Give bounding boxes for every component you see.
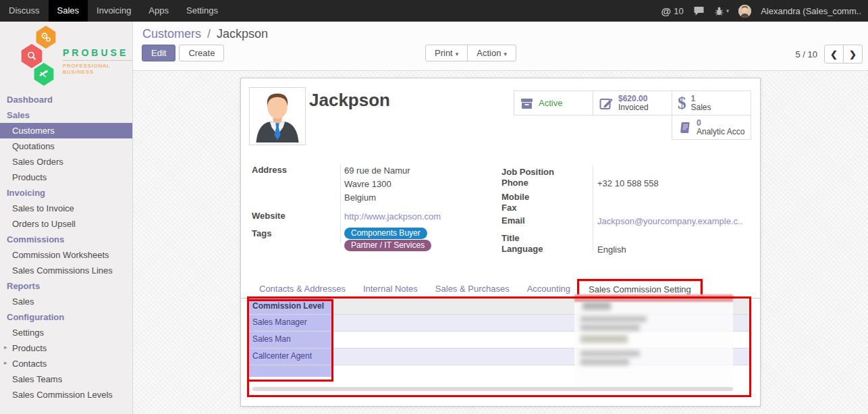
redacted-value-column xyxy=(574,294,733,386)
fax-label: Fax xyxy=(501,203,516,213)
sidebar-heading-dashboard[interactable]: Dashboard xyxy=(0,92,132,107)
caret-down-icon: ▾ xyxy=(726,7,730,14)
sidebar-item-sales-commission-levels[interactable]: Sales Commission Levels xyxy=(0,387,132,403)
menu-invoicing[interactable]: Invoicing xyxy=(88,0,140,22)
user-menu[interactable]: Alexandra (Sales_comm.. xyxy=(761,6,861,16)
tab-sales-purchases[interactable]: Sales & Purchases xyxy=(427,281,518,298)
topbar-spacer xyxy=(227,0,661,22)
commission-level-header[interactable]: Commission Level xyxy=(249,299,331,314)
messages-icon[interactable] xyxy=(693,5,705,16)
app-window: Discuss Sales Invoicing Apps Settings @ … xyxy=(0,0,868,414)
address-label: Address xyxy=(252,165,287,175)
tab-accounting[interactable]: Accounting xyxy=(518,281,579,298)
commission-row-label: Callcenter Agent xyxy=(249,348,331,365)
breadcrumb: Customers / Jackpson xyxy=(142,27,268,41)
sidebar-item-config-products[interactable]: ▸Products xyxy=(0,340,132,356)
sidebar-item-customers[interactable]: Customers xyxy=(0,123,132,138)
top-menu: Discuss Sales Invoicing Apps Settings xyxy=(0,0,227,22)
company-logo[interactable]: PROBUSE PROFESSIONAL BUSINESS xyxy=(0,22,132,86)
edit-button[interactable]: Edit xyxy=(142,45,175,61)
website-link[interactable]: http://www.jackpson.com xyxy=(344,211,441,222)
sidebar-item-config-contacts[interactable]: ▸Contacts xyxy=(0,356,132,371)
book-icon xyxy=(678,120,692,134)
logo-hexagon-tools-icon xyxy=(33,63,55,86)
mentions-count: 10 xyxy=(674,6,683,16)
sales-stat-button[interactable]: $ 1 Sales xyxy=(672,90,751,115)
sidebar-item-commission-worksheets[interactable]: Commission Worksheets xyxy=(0,247,132,263)
analytic-accounts-stat-button[interactable]: 0 Analytic Acco... xyxy=(672,115,751,140)
address-street: 69 rue de Namur xyxy=(344,165,410,176)
table-horizontal-scrollbar[interactable] xyxy=(252,387,733,391)
sidebar-item-sales-orders[interactable]: Sales Orders xyxy=(0,154,132,170)
pager-next-button[interactable]: ❯ xyxy=(843,45,863,63)
menu-settings[interactable]: Settings xyxy=(178,0,227,22)
user-avatar[interactable] xyxy=(738,5,751,18)
caret-down-icon: ▾ xyxy=(504,51,507,57)
email-link[interactable]: Jackpson@yourcompany.example.c.. xyxy=(597,216,742,226)
breadcrumb-current: Jackpson xyxy=(217,27,268,41)
tab-internal-notes[interactable]: Internal Notes xyxy=(354,281,427,298)
sidebar-heading-sales[interactable]: Sales xyxy=(0,107,132,123)
menu-sales[interactable]: Sales xyxy=(49,0,88,22)
print-dropdown-button[interactable]: Print▾ xyxy=(425,45,468,61)
logo-hexagon-gear-icon xyxy=(35,26,57,49)
language-value: English xyxy=(597,244,626,255)
logo-hexagon-magnifier-icon xyxy=(20,44,43,68)
sidebar: PROBUSE PROFESSIONAL BUSINESS Dashboard … xyxy=(0,22,133,414)
sidebar-heading-invoicing[interactable]: Invoicing xyxy=(0,185,132,201)
pager-previous-button[interactable]: ❮ xyxy=(824,45,844,63)
sidebar-item-quotations[interactable]: Quotations xyxy=(0,138,132,154)
sidebar-heading-configuration[interactable]: Configuration xyxy=(0,309,132,325)
field-divider xyxy=(340,165,341,243)
invoice-edit-icon xyxy=(599,96,614,111)
expander-icon: ▸ xyxy=(4,344,7,351)
sidebar-item-sales-commissions-lines[interactable]: Sales Commissions Lines xyxy=(0,263,132,278)
active-toggle-button[interactable]: Active xyxy=(514,90,593,115)
sidebar-heading-commissions[interactable]: Commissions xyxy=(0,232,132,247)
dollar-icon: $ xyxy=(678,94,686,113)
sidebar-item-settings[interactable]: Settings xyxy=(0,325,132,340)
address-country: Belgium xyxy=(344,192,376,203)
at-icon: @ xyxy=(661,5,672,17)
sidebar-heading-reports[interactable]: Reports xyxy=(0,278,132,294)
create-button[interactable]: Create xyxy=(179,45,224,61)
pager-value: 5 / 10 xyxy=(795,49,817,59)
customer-name: Jackpson xyxy=(309,90,390,111)
mobile-label: Mobile xyxy=(501,192,529,202)
logo-subtitle: PROFESSIONAL BUSINESS xyxy=(63,60,132,75)
archive-icon xyxy=(520,97,534,110)
menu-discuss[interactable]: Discuss xyxy=(0,0,49,22)
customer-form-sheet: Jackpson Active xyxy=(240,78,761,407)
customer-photo[interactable] xyxy=(249,87,306,145)
sidebar-item-products[interactable]: Products xyxy=(0,170,132,185)
sidebar-item-orders-to-upsell[interactable]: Orders to Upsell xyxy=(0,216,132,232)
phone-label: Phone xyxy=(501,178,528,188)
job-position-label: Job Position xyxy=(501,167,554,177)
sidebar-item-sales-teams[interactable]: Sales Teams xyxy=(0,371,132,387)
mentions-counter[interactable]: @ 10 xyxy=(661,5,684,17)
tab-contacts-addresses[interactable]: Contacts & Addresses xyxy=(250,281,354,298)
top-navbar: Discuss Sales Invoicing Apps Settings @ … xyxy=(0,0,868,22)
breadcrumb-customers-link[interactable]: Customers xyxy=(142,27,201,41)
sidebar-item-sales-to-invoice[interactable]: Sales to Invoice xyxy=(0,201,132,216)
control-panel: Customers / Jackpson Edit Create Print▾ … xyxy=(133,22,868,71)
expander-icon: ▸ xyxy=(4,359,7,366)
tags-label: Tags xyxy=(252,228,271,238)
language-label: Language xyxy=(501,244,543,254)
tag-components-buyer[interactable]: Components Buyer xyxy=(344,228,427,239)
menu-apps[interactable]: Apps xyxy=(140,0,178,22)
action-dropdown-button[interactable]: Action▾ xyxy=(467,45,516,61)
phone-value: +32 10 588 558 xyxy=(597,178,659,188)
content-background: Jackpson Active xyxy=(133,71,868,414)
invoiced-stat-button[interactable]: $620.00 Invoiced xyxy=(593,90,672,115)
main-area: Customers / Jackpson Edit Create Print▾ … xyxy=(133,22,868,414)
redacted-header-highlight xyxy=(574,294,733,302)
caret-down-icon: ▾ xyxy=(456,51,459,57)
address-city: Wavre 1300 xyxy=(344,179,391,189)
sidebar-nav: Dashboard Sales Customers Quotations Sal… xyxy=(0,92,132,403)
tag-partner-it-services[interactable]: Partner / IT Services xyxy=(344,240,431,251)
logo-title: PROBUSE xyxy=(63,47,128,58)
sidebar-item-sales-report[interactable]: Sales xyxy=(0,294,132,309)
title-label: Title xyxy=(501,233,520,243)
debug-bug-icon[interactable]: ▾ xyxy=(714,6,730,16)
